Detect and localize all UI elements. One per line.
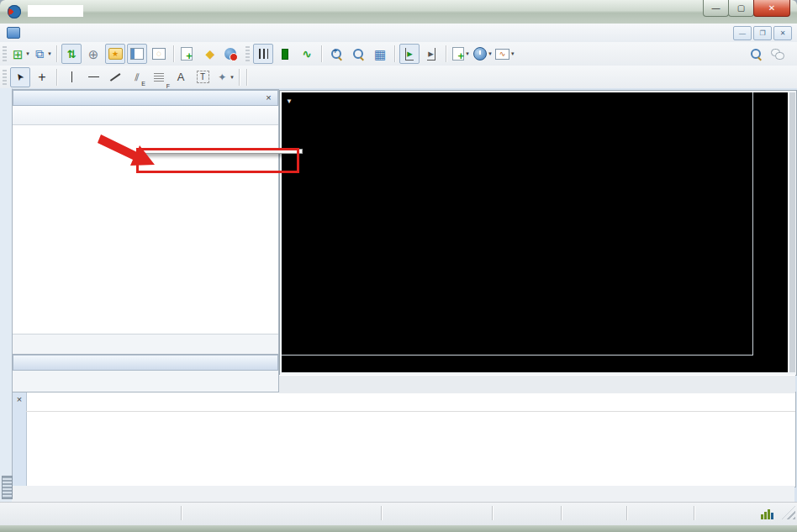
text-icon xyxy=(174,71,187,84)
dock-grip-strip[interactable] xyxy=(0,88,13,502)
close-button[interactable]: ✕ xyxy=(753,0,790,17)
standard-toolbar: ▾ ▾ + ▾ ▾ ▾ xyxy=(0,42,797,66)
line-chart-icon xyxy=(300,47,314,61)
market-watch-tabs xyxy=(13,334,278,354)
market-watch-title-bar: × xyxy=(13,90,278,106)
chart-shift-button[interactable] xyxy=(421,44,441,64)
text-label-icon xyxy=(197,71,209,83)
periods-button[interactable]: ▾ xyxy=(472,44,493,64)
time-axis xyxy=(282,356,788,372)
bar-chart-icon xyxy=(256,47,270,61)
chat-button[interactable] xyxy=(768,44,788,64)
profiles-button[interactable]: ▾ xyxy=(32,44,52,64)
restore-button[interactable]: ▢ xyxy=(728,0,754,17)
child-window-controls: — ❐ ✕ xyxy=(733,26,792,40)
docked-panel-icon[interactable] xyxy=(2,476,13,499)
new-chart-button[interactable]: ▾ xyxy=(10,44,30,64)
toolbar-grip[interactable] xyxy=(245,46,250,61)
terminal-panel: × xyxy=(12,392,796,487)
tile-windows-icon xyxy=(373,47,387,61)
price-axis xyxy=(753,92,788,355)
child-minimize-button[interactable]: — xyxy=(733,26,752,40)
zoom-in-button[interactable]: + xyxy=(326,44,346,64)
chart-window xyxy=(279,90,797,376)
candle-chart-mode-button[interactable] xyxy=(275,44,295,64)
minimize-button[interactable]: — xyxy=(703,0,729,17)
data-window-icon xyxy=(87,47,100,61)
market-watch-toggle-button[interactable] xyxy=(61,44,82,64)
navigator-title-bar xyxy=(13,355,278,371)
vertical-line-tool-button[interactable] xyxy=(61,67,82,87)
trendline-tool-button[interactable] xyxy=(105,67,125,87)
zoom-out-button[interactable] xyxy=(348,44,368,64)
templates-button[interactable]: ▾ xyxy=(494,44,515,64)
bar-chart-mode-button[interactable] xyxy=(253,44,273,64)
window-title xyxy=(27,5,84,18)
crosshair-icon xyxy=(35,71,49,84)
terminal-toggle-button[interactable] xyxy=(127,44,147,64)
window-frame-bottom xyxy=(0,525,797,532)
status-bar xyxy=(0,502,797,526)
shapes-icon xyxy=(215,71,229,84)
new-order-button[interactable] xyxy=(178,44,198,64)
shapes-tool-button[interactable]: ▾ xyxy=(214,67,235,87)
fibonacci-tool-button[interactable]: F xyxy=(149,67,169,87)
navigator-toggle-button[interactable] xyxy=(105,44,125,64)
autotrading-icon xyxy=(224,48,236,60)
resize-grip[interactable] xyxy=(782,506,795,519)
auto-scroll-icon xyxy=(403,47,416,61)
navigator-tabs xyxy=(13,372,278,392)
horizontal-line-tool-button[interactable] xyxy=(83,67,103,87)
crosshair-tool-button[interactable] xyxy=(32,67,52,87)
market-watch-icon xyxy=(65,47,78,61)
auto-scroll-button[interactable] xyxy=(399,44,420,64)
label-tool-button[interactable] xyxy=(193,67,213,87)
tile-windows-button[interactable] xyxy=(370,44,390,64)
zoom-out-icon xyxy=(351,47,365,61)
templates-icon xyxy=(495,49,509,60)
channel-tool-button[interactable]: E xyxy=(127,67,147,87)
text-tool-button[interactable] xyxy=(171,67,191,87)
terminal-tabs xyxy=(12,486,794,502)
periods-clock-icon xyxy=(473,47,487,61)
market-watch-close-icon[interactable]: × xyxy=(263,92,274,103)
toolbar-grip[interactable] xyxy=(3,70,7,85)
chart-scrollbar[interactable] xyxy=(789,92,795,372)
search-button[interactable] xyxy=(746,44,766,64)
zoom-in-icon: + xyxy=(330,47,343,61)
strategy-tester-icon xyxy=(152,48,166,60)
indicators-button[interactable]: ▾ xyxy=(451,44,471,64)
market-watch-header-row xyxy=(13,106,278,125)
data-window-button[interactable] xyxy=(83,44,103,64)
terminal-side-strip: × xyxy=(13,392,27,487)
chart-shift-icon xyxy=(425,47,438,61)
title-bar: — ▢ ✕ xyxy=(0,0,797,24)
channel-icon: E xyxy=(130,71,144,84)
annotation-highlight-rect xyxy=(136,148,299,173)
app-logo-icon xyxy=(8,5,21,18)
line-chart-mode-button[interactable] xyxy=(297,44,317,64)
cursor-tool-button[interactable] xyxy=(10,67,30,87)
navigator-panel xyxy=(12,354,279,393)
menu-bar: — ❐ ✕ xyxy=(0,24,797,43)
navigator-icon xyxy=(108,48,123,60)
terminal-close-icon[interactable]: × xyxy=(14,394,25,405)
chart-child-icon[interactable] xyxy=(7,27,20,39)
candlestick-chart-icon xyxy=(278,47,292,61)
mt4-main-window: — ▢ ✕ — ❐ ✕ ▾ ▾ + xyxy=(0,0,797,532)
redacted-account xyxy=(28,5,83,17)
chart-area xyxy=(282,92,788,372)
chart-menu-arrow-icon[interactable] xyxy=(286,95,293,105)
search-icon xyxy=(749,47,763,61)
metaeditor-button[interactable] xyxy=(200,44,220,64)
child-close-button[interactable]: ✕ xyxy=(773,26,792,40)
strategy-tester-button[interactable] xyxy=(149,44,169,64)
vertical-line-icon xyxy=(65,71,78,84)
chart-window-tabs xyxy=(279,375,795,393)
child-restore-button[interactable]: ❐ xyxy=(753,26,772,40)
cursor-icon xyxy=(13,71,27,84)
chart-plot[interactable] xyxy=(282,92,753,356)
autotrading-button[interactable] xyxy=(222,44,242,64)
toolbar-grip[interactable] xyxy=(3,46,7,61)
new-order-icon xyxy=(181,47,193,61)
